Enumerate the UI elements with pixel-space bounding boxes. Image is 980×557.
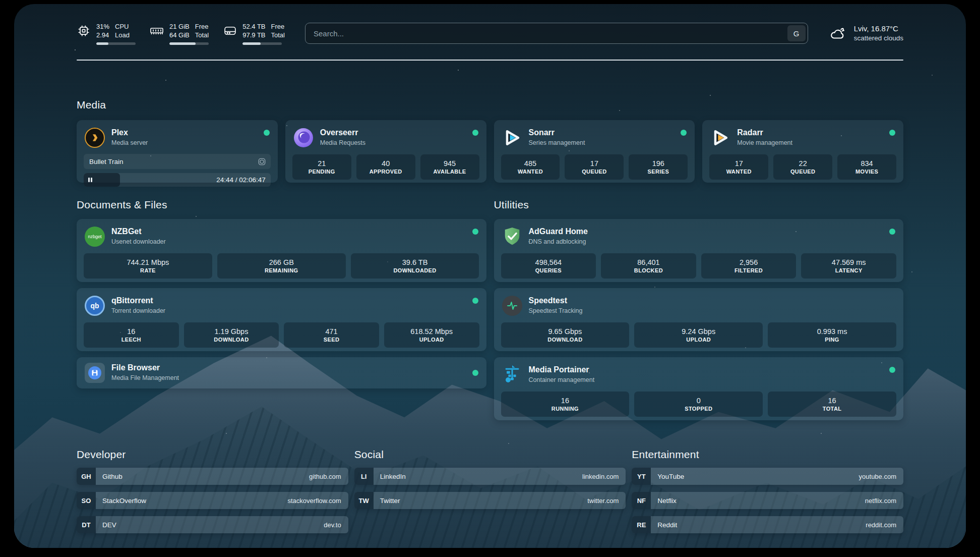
stat-value: 266 GB	[269, 258, 294, 266]
stat-label: REMAINING	[265, 267, 298, 273]
radarr-icon	[710, 128, 730, 148]
social-links: LI LinkedIn linkedin.com TW Twitter twit…	[354, 468, 626, 533]
memory-free-value: 21 GiB	[169, 22, 190, 31]
stat-label: STOPPED	[685, 406, 712, 412]
stat-approved: 40 APPROVED	[356, 154, 415, 180]
stat-label: LEECH	[121, 337, 141, 343]
memory-icon	[150, 24, 164, 37]
stat-stopped: 0 STOPPED	[634, 392, 763, 417]
status-dot	[472, 229, 478, 235]
stat-label: SERIES	[647, 169, 669, 175]
card-subtitle: Usenet downloader	[111, 237, 166, 247]
stat-label: DOWNLOAD	[547, 337, 582, 343]
stat-label: SEED	[324, 337, 340, 343]
header-divider	[77, 60, 903, 61]
card-adguard[interactable]: AdGuard Home DNS and adblocking 498,564 …	[494, 219, 904, 282]
disk-total-value: 97.9 TB	[242, 31, 265, 39]
link-url: github.com	[309, 473, 348, 480]
link-url: stackoverflow.com	[287, 497, 348, 505]
playback-progress-fill	[84, 173, 120, 187]
stat-value: 196	[652, 159, 664, 168]
stat-value: 471	[325, 327, 337, 336]
stat-downloaded: 39.6 TB DOWNLOADED	[351, 253, 479, 278]
stat-label: UPLOAD	[419, 337, 444, 343]
stat-pending: 21 PENDING	[292, 154, 351, 180]
weather-location-temp: Lviv, 16.87°C	[854, 24, 903, 33]
search-input[interactable]	[305, 23, 808, 44]
card-nzbget[interactable]: nzbget NZBGet Usenet downloader 744.21 M…	[77, 219, 486, 282]
stat-label: RATE	[140, 267, 156, 273]
stackoverflow-icon: SO	[77, 492, 96, 509]
stat-label: QUEUED	[790, 169, 815, 175]
stat-label: MOVIES	[855, 169, 878, 175]
nzbget-icon: nzbget	[85, 227, 105, 247]
cloud-icon	[829, 26, 847, 41]
link-url: youtube.com	[859, 473, 903, 480]
card-qbittorrent[interactable]: qb qBittorrent Torrent downloader 16 LEE…	[77, 288, 486, 351]
stat-label: DOWNLOADED	[393, 267, 436, 273]
pause-icon[interactable]	[88, 178, 92, 182]
link-netflix[interactable]: NF Netflix netflix.com	[632, 492, 903, 509]
link-stackoverflow[interactable]: SO StackOverflow stackoverflow.com	[77, 492, 348, 509]
search-engine-button[interactable]: G	[787, 25, 806, 41]
card-plex[interactable]: Plex Media server Bullet Train	[77, 120, 278, 183]
stat-value: 47.569 ms	[832, 258, 866, 266]
link-youtube[interactable]: YT YouTube youtube.com	[632, 468, 903, 485]
stat-label: UPLOAD	[686, 337, 711, 343]
card-portainer[interactable]: Media Portainer Container management 16 …	[494, 357, 904, 420]
stat-label: PING	[825, 337, 839, 343]
adguard-icon	[502, 227, 522, 247]
session-camera-icon[interactable]	[258, 157, 266, 166]
card-radarr[interactable]: Radarr Movie management 17 WANTED 22 QUE…	[702, 120, 903, 183]
system-stats: 31% 2.94 CPU Load	[77, 22, 285, 45]
stat-value: 22	[799, 159, 807, 168]
link-url: netflix.com	[865, 497, 903, 505]
documents-column: nzbget NZBGet Usenet downloader 744.21 M…	[77, 219, 486, 420]
link-github[interactable]: GH Github github.com	[77, 468, 348, 485]
card-title: Media Portainer	[529, 365, 595, 375]
netflix-icon: NF	[632, 492, 651, 509]
memory-free-label: Free	[195, 22, 209, 31]
card-sonarr[interactable]: Sonarr Series management 485 WANTED 17 Q…	[494, 120, 695, 183]
cpu-stat: 31% 2.94 CPU Load	[77, 22, 136, 45]
stat-value: 618.52 Mbps	[410, 327, 453, 336]
status-dot	[889, 130, 895, 136]
stat-running: 16 RUNNING	[501, 392, 630, 417]
snow-flakes	[75, 49, 76, 50]
dev-icon: DT	[77, 516, 96, 533]
card-speedtest[interactable]: Speedtest Speedtest Tracking 9.65 Gbps D…	[494, 288, 904, 351]
stat-value: 17	[735, 159, 743, 168]
stat-label: AVAILABLE	[434, 169, 466, 175]
card-filebrowser[interactable]: File Browser Media File Management	[77, 357, 486, 388]
github-icon: GH	[77, 468, 96, 485]
stat-label: DOWNLOAD	[214, 337, 249, 343]
card-title: File Browser	[111, 363, 179, 373]
link-url: reddit.com	[866, 521, 903, 529]
cpu-load-label: Load	[115, 31, 130, 39]
entertainment-links: YT YouTube youtube.com NF Netflix netfli…	[632, 468, 903, 533]
qbittorrent-icon: qb	[85, 296, 105, 316]
stat-value: 40	[382, 159, 390, 168]
disk-stat: 52.4 TB 97.9 TB Free Total	[223, 22, 285, 45]
stat-filtered: 2,956 FILTERED	[701, 253, 797, 278]
stat-value: 945	[444, 159, 456, 168]
cpu-usage-value: 31%	[96, 22, 109, 31]
link-dev[interactable]: DT DEV dev.to	[77, 516, 348, 533]
stat-value: 1.19 Gbps	[214, 327, 248, 336]
card-overseerr[interactable]: Overseerr Media Requests 21 PENDING 40 A…	[285, 120, 486, 183]
sonarr-icon	[502, 128, 522, 148]
disk-free-label: Free	[271, 22, 285, 31]
overseerr-icon	[293, 128, 314, 148]
card-title: qBittorrent	[111, 296, 165, 306]
stat-label: APPROVED	[370, 169, 402, 175]
card-subtitle: Container management	[529, 375, 595, 385]
status-dot	[472, 130, 478, 136]
link-reddit[interactable]: RE Reddit reddit.com	[632, 516, 903, 533]
twitter-icon: TW	[354, 492, 374, 509]
stat-label: BLOCKED	[634, 267, 663, 273]
stat-label: WANTED	[726, 169, 752, 175]
cpu-icon	[77, 24, 91, 37]
link-twitter[interactable]: TW Twitter twitter.com	[354, 492, 626, 509]
link-linkedin[interactable]: LI LinkedIn linkedin.com	[354, 468, 626, 485]
status-dot	[681, 130, 687, 136]
